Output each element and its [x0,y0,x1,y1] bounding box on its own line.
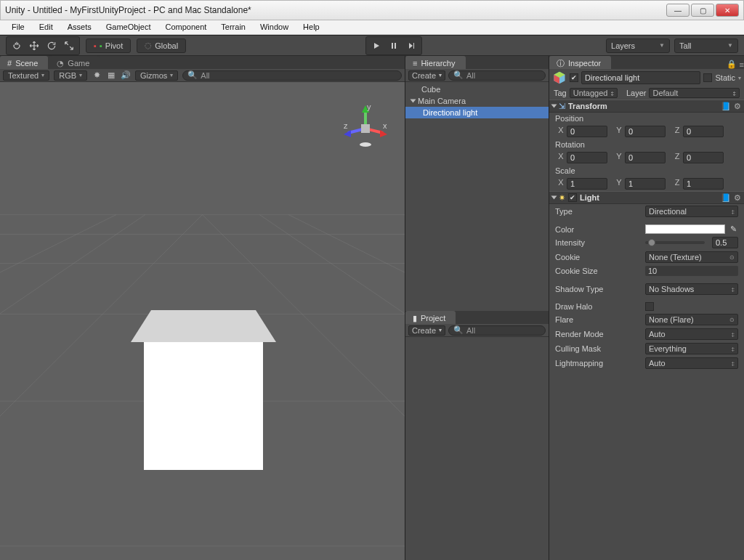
project-tab[interactable]: ▮Project [405,311,456,324]
menu-assets[interactable]: Assets [60,20,99,34]
close-button[interactable]: ✕ [716,4,739,17]
fx-toggle-icon[interactable]: ▦ [106,70,116,81]
culling-mask-dropdown[interactable]: Everything‡ [645,343,738,354]
layers-label: Layers [611,41,635,50]
scene-viewport[interactable]: y z x [0,82,405,560]
hierarchy-tab[interactable]: ≡Hierarchy [405,56,466,69]
menu-gameobject[interactable]: GameObject [99,20,158,34]
move-tool-button[interactable] [25,38,43,53]
shadow-type-dropdown[interactable]: No Shadows‡ [645,283,738,295]
render-mode-dropdown[interactable]: Auto‡ [645,328,738,340]
project-search[interactable]: 🔍All [448,325,546,336]
eyedropper-icon[interactable]: ✎ [728,224,738,234]
svg-text:y: y [367,102,371,111]
play-button[interactable] [368,38,385,53]
help-icon[interactable]: 📘 [721,193,731,203]
menu-icon[interactable]: ≡ [740,60,744,69]
expand-icon[interactable] [551,196,557,200]
tab-game[interactable]: ◔Game [49,56,100,69]
hierarchy-search[interactable]: 🔍All [448,70,546,81]
layout-dropdown[interactable]: Tall▼ [674,38,738,53]
flare-field[interactable]: None (Flare)⊙ [645,314,738,325]
object-enabled-checkbox[interactable] [570,73,578,82]
gear-icon[interactable]: ⚙ [734,193,741,203]
hierarchy-item-main-camera[interactable]: Main Camera [405,95,549,107]
layers-dropdown[interactable]: Layers▼ [606,38,670,53]
hierarchy-toolbar: Create▾ 🔍All [405,69,549,82]
help-icon[interactable]: 📘 [721,102,731,111]
svg-line-4 [259,215,405,560]
light-enabled-checkbox[interactable] [568,193,577,202]
expand-icon[interactable] [411,100,416,103]
rotation-x-field[interactable]: 0 [567,152,607,163]
light-type-dropdown[interactable]: Directional‡ [645,206,738,217]
menu-file[interactable]: File [4,20,32,34]
layer-label: Layer [626,89,647,97]
audio-toggle-icon[interactable]: 🔊 [121,70,131,81]
project-create-dropdown[interactable]: Create▾ [408,325,445,336]
position-x-field[interactable]: 0 [567,126,607,137]
scene-search[interactable]: 🔍All [182,70,402,81]
game-icon: ◔ [57,59,64,68]
menu-edit[interactable]: Edit [32,20,60,34]
menu-window[interactable]: Window [253,20,296,34]
hierarchy-icon: ≡ [413,59,417,68]
light-color-swatch[interactable] [645,224,725,234]
menu-terrain[interactable]: Terrain [214,20,253,34]
position-y-field[interactable]: 0 [625,126,666,137]
playback-group [365,36,422,55]
hierarchy-item-directional-light[interactable]: Directional light [405,107,549,118]
position-z-field[interactable]: 0 [683,126,724,137]
rotate-tool-button[interactable] [43,38,60,53]
folder-icon: ▮ [413,314,417,323]
lighting-toggle-icon[interactable]: ✸ [92,70,102,81]
object-name-field[interactable]: Directional light [581,71,700,84]
rotation-z-field[interactable]: 0 [683,152,724,163]
scene-tab-row: #Scene ◔Game [0,56,405,69]
global-toggle[interactable]: ◌Global [137,38,186,53]
static-checkbox[interactable] [703,73,712,82]
menu-help[interactable]: Help [296,20,327,34]
svg-line-5 [0,215,116,560]
gear-icon[interactable]: ⚙ [734,102,741,111]
scale-y-field[interactable]: 1 [625,178,666,190]
light-component-header[interactable]: ✷ Light 📘⚙ [549,191,744,204]
hand-tool-button[interactable] [8,38,25,53]
colorspace-dropdown[interactable]: RGB▾ [54,70,87,81]
scale-x-field[interactable]: 1 [567,178,607,190]
gizmos-dropdown[interactable]: Gizmos▾ [135,70,178,81]
menu-component[interactable]: Component [158,20,214,34]
orientation-gizmo[interactable]: y z x [342,102,389,149]
intensity-slider[interactable] [645,241,705,244]
hierarchy-create-dropdown[interactable]: Create▾ [408,70,445,81]
info-icon: ⓘ [557,58,565,69]
expand-icon[interactable] [551,105,557,108]
cookie-size-field[interactable]: 10 [645,266,738,276]
rotation-label: Rotation [549,139,744,150]
pivot-toggle[interactable]: ▪▪Pivot [86,38,131,53]
maximize-button[interactable]: ▢ [691,4,714,17]
pause-button[interactable] [385,38,403,53]
rotation-y-field[interactable]: 0 [625,152,666,163]
lightmapping-dropdown[interactable]: Auto‡ [645,357,738,369]
transform-component-header[interactable]: ⇲ Transform 📘⚙ [549,100,744,113]
scale-tool-button[interactable] [60,38,78,53]
hierarchy-item-cube[interactable]: Cube [405,84,549,95]
rendermode-dropdown[interactable]: Textured▾ [3,70,49,81]
lock-icon[interactable]: 🔒 [727,60,737,69]
scale-label: Scale [549,165,744,176]
minimize-button[interactable]: — [666,4,690,17]
tab-scene[interactable]: #Scene [0,56,48,69]
layer-dropdown[interactable]: Default‡ [649,88,740,98]
cookie-field[interactable]: None (Texture)⊙ [645,251,738,263]
tag-dropdown[interactable]: Untagged‡ [570,88,618,98]
light-icon: ✷ [559,193,565,203]
draw-halo-checkbox[interactable] [645,302,654,311]
intensity-field[interactable]: 0.5 [712,237,738,248]
static-dropdown-icon[interactable]: ▾ [738,75,741,81]
position-label: Position [549,113,744,124]
scale-z-field[interactable]: 1 [683,178,724,190]
inspector-tab[interactable]: ⓘInspector [549,56,611,69]
step-button[interactable] [403,38,420,53]
cube-object[interactable] [145,310,263,470]
